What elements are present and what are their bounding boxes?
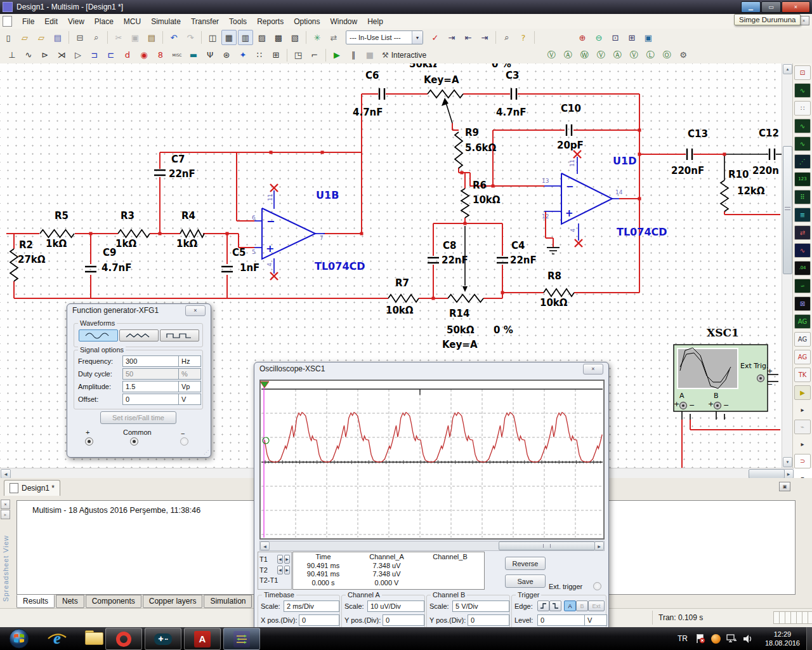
spreadsheet-tab-copper-layers[interactable]: Copper layers <box>143 595 203 608</box>
export-to-pcb-button[interactable]: ⇥ <box>444 30 459 45</box>
opera-icon[interactable] <box>105 628 142 650</box>
place-misc-digital-button[interactable]: d <box>120 48 135 63</box>
menu-window[interactable]: Window <box>325 15 363 28</box>
iv-analyzer-button[interactable]: ∿ <box>794 243 811 258</box>
menu-reports[interactable]: Reports <box>252 15 289 28</box>
zoom-fit-button[interactable]: ⊞ <box>624 30 639 45</box>
cursor-t1-right[interactable]: ▶ <box>284 555 290 564</box>
multisim-taskbar-icon[interactable] <box>223 628 260 650</box>
power-probe-button[interactable]: Ⓦ <box>577 48 592 63</box>
fg-plus-terminal[interactable] <box>85 437 93 446</box>
fg-frequency-field[interactable]: 300 <box>122 355 180 367</box>
pause-button[interactable]: ∥ <box>346 48 361 63</box>
open-file-button[interactable]: ▱ <box>17 30 32 45</box>
zoom-in-button[interactable]: ⊕ <box>575 30 590 45</box>
place-misc-button[interactable]: MISC <box>169 48 185 63</box>
fg-minus-terminal[interactable] <box>180 437 188 446</box>
mdi-document-icon[interactable] <box>3 16 12 27</box>
fg-amplitude-field[interactable]: 1.5 <box>122 381 180 392</box>
back-annotate-button[interactable]: ⇤ <box>461 30 476 45</box>
reverse-button[interactable]: Reverse <box>505 557 546 570</box>
triangle-wave-button[interactable] <box>119 329 159 342</box>
oscilloscope-dialog[interactable]: Oscilloscope-XSC1 × ◀ ▶ T1◀▶T2◀▶T2-T1 Ti… <box>254 362 609 630</box>
fg-dutycycle-field[interactable]: 50 <box>122 368 180 380</box>
document-tab-design1[interactable]: Design1 * <box>4 480 60 496</box>
chb-ypos-field[interactable]: 0 <box>468 614 509 626</box>
cha-scale-field[interactable]: 10 uV/Div <box>367 600 424 612</box>
restore-button[interactable]: ▭ <box>761 1 781 13</box>
digital-multimeter-button[interactable]: ⊡ <box>794 65 811 80</box>
redo-button[interactable]: ↷ <box>183 30 198 45</box>
update-app-icon[interactable] <box>711 634 721 644</box>
menu-file[interactable]: File <box>17 15 39 28</box>
place-basic-button[interactable]: ∿ <box>21 48 36 63</box>
place-analog-button[interactable]: ▷ <box>70 48 86 63</box>
toggle-project-bar-button[interactable]: ◫ <box>205 30 220 45</box>
menu-place[interactable]: Place <box>89 15 119 28</box>
database-manager-button[interactable]: ⇄ <box>326 30 341 45</box>
stop-button[interactable]: ■ <box>362 48 377 63</box>
place-advanced-peripherals-button[interactable]: ▬ <box>186 48 201 63</box>
zoom-fullscreen-button[interactable]: ▣ <box>641 30 656 45</box>
square-wave-button[interactable] <box>160 329 199 342</box>
menu-view[interactable]: View <box>63 15 89 28</box>
network-icon[interactable] <box>726 634 737 644</box>
clock[interactable]: 12:29 18.08.2016 <box>765 630 800 648</box>
wattmeter-button[interactable]: ∷ <box>794 101 811 116</box>
frequency-counter-button[interactable]: 123 <box>794 172 811 187</box>
game-app-icon[interactable]: ✚•• <box>145 628 181 650</box>
scope-close-button[interactable]: × <box>583 364 603 375</box>
digital-probe-button[interactable]: Ⓛ <box>643 48 658 63</box>
paste-button[interactable]: ▤ <box>144 30 159 45</box>
dock-spreadsheet-icon[interactable]: ▣ <box>779 482 790 491</box>
toggle-database-button[interactable]: ▥ <box>238 30 253 45</box>
current-clamp-probe-button[interactable]: ⊃ <box>794 454 811 468</box>
trigger-source-b-button[interactable]: B <box>576 600 588 611</box>
action-center-flag-icon[interactable] <box>695 633 705 644</box>
place-connector-button[interactable]: ∷ <box>252 48 267 63</box>
vscroll-thumb[interactable] <box>783 146 792 274</box>
save-button[interactable]: ▤ <box>50 30 65 45</box>
menu-tools[interactable]: Tools <box>224 15 252 28</box>
probe-ref-button[interactable]: Ⓞ <box>659 48 674 63</box>
logic-analyzer-button[interactable]: ≣ <box>794 208 811 222</box>
voltage-probe-button[interactable]: Ⓥ <box>544 48 559 63</box>
ac-current-probe-button[interactable]: Ⓐ <box>610 48 625 63</box>
place-ttl-button[interactable]: ⊐ <box>87 48 102 63</box>
erc-check-button[interactable]: ✓ <box>428 30 443 45</box>
spectrum-analyzer-button[interactable]: ᵤᵢₗ <box>794 279 811 293</box>
ref-voltage-probe-button[interactable]: Ⓥ <box>626 48 641 63</box>
network-analyzer-button[interactable]: ⊠ <box>794 296 811 311</box>
trigger-rising-edge-button[interactable] <box>537 600 549 611</box>
internet-explorer-icon[interactable]: e <box>39 628 75 649</box>
scroll-down-arrow[interactable]: ▼ <box>783 457 792 467</box>
fg-offset-field[interactable]: 0 <box>122 394 180 405</box>
place-rf-button[interactable]: Ψ <box>202 48 218 63</box>
adobe-reader-icon[interactable]: A <box>184 628 221 650</box>
menu-help[interactable]: Help <box>362 15 388 28</box>
sine-wave-button[interactable] <box>79 329 118 342</box>
place-transistor-button[interactable]: ⋊ <box>54 48 69 63</box>
place-bus-button[interactable]: ⌐ <box>307 48 322 63</box>
four-channel-oscilloscope-button[interactable]: ∿ <box>794 136 811 151</box>
spreadsheet-tab-components[interactable]: Components <box>86 595 141 608</box>
place-ni-component-button[interactable]: ✦ <box>235 48 251 63</box>
hscroll-thumb[interactable] <box>749 469 785 479</box>
cursor-t2-left[interactable]: ◀ <box>277 566 283 574</box>
menu-edit[interactable]: Edit <box>39 15 63 28</box>
cursor-t1-left[interactable]: ◀ <box>277 555 283 564</box>
trigger-source-a-button[interactable]: A <box>564 600 576 611</box>
save-button[interactable]: Save <box>505 574 546 588</box>
spreadsheet-tab-results[interactable]: Results <box>16 595 55 608</box>
scroll-left-arrow[interactable]: ◀ <box>1 469 11 479</box>
menu-mcu[interactable]: MCU <box>119 15 146 28</box>
trigger-falling-edge-button[interactable] <box>549 600 561 611</box>
toggle-grapher-button[interactable]: ▨ <box>254 30 270 45</box>
probe-settings-button[interactable]: ⚙ <box>676 48 691 63</box>
function-generator-dialog[interactable]: Function generator-XFG1 × Waveforms Sign… <box>67 303 211 458</box>
scroll-up-arrow[interactable]: ▲ <box>783 64 792 74</box>
place-cmos-button[interactable]: ⊏ <box>103 48 119 63</box>
ni-elvis-button[interactable]: ⌁ <box>794 420 811 434</box>
tektronix-oscilloscope-button[interactable]: TK <box>794 368 811 382</box>
ext-trigger-radio[interactable] <box>593 582 601 590</box>
